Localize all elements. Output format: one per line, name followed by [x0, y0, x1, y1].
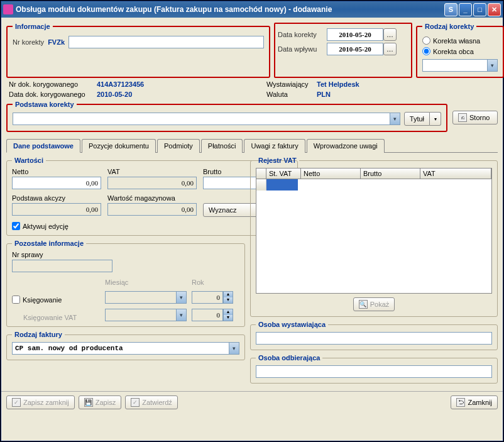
nr-sprawy-input: [12, 260, 112, 272]
nr-korekty-prefix: FVZk: [48, 38, 65, 46]
pokaz-button: 🔍 Pokaż: [353, 297, 395, 311]
ksiegowanie-vat-label: Księgowanie VAT: [12, 314, 100, 321]
podstawa-dropdown[interactable]: [13, 113, 400, 125]
spinner-down-icon: ▼: [224, 315, 233, 321]
data-dok-value: 2010-05-20: [97, 91, 132, 98]
tab-dane-podstawowe[interactable]: Dane podstawowe: [6, 139, 80, 153]
korekta-obca-label: Korekta obca: [433, 48, 474, 55]
window-title: Obsługa modułu dokumentów zakupu (Faktur…: [16, 5, 443, 14]
tab-bar: Dane podstawowe Pozycje dokumentu Podmio…: [6, 138, 498, 153]
zapisz-zamknij-button: ✓ Zapisz zamknij: [6, 395, 75, 409]
rejestr-vat-group: Rejestr VAT St. VAT Netto Brutto VAT: [250, 157, 498, 317]
rodzaj-faktury-value: CP sam. nowy od producenta: [13, 345, 126, 352]
wystawiajacy-label: Wystawiający: [266, 80, 317, 88]
miesiac-label: Miesiąc: [105, 279, 187, 286]
tab-pozycje-dokumentu[interactable]: Pozycje dokumentu: [82, 139, 156, 153]
spinner-up-icon: ▲: [224, 292, 233, 297]
app-icon: [3, 4, 13, 14]
magnifier-icon: 🔍: [359, 300, 368, 309]
save-icon: 💾: [84, 398, 93, 407]
rok-label: Rok: [192, 279, 236, 286]
tytul-dropdown-button[interactable]: [430, 112, 441, 126]
vat-col-vat[interactable]: VAT: [420, 169, 491, 179]
osoba-odb-legend: Osoba odbierająca: [256, 354, 322, 362]
zatwierdz-button: ✓ Zatwierdź: [125, 395, 178, 409]
rodzaj-faktury-dropdown[interactable]: CP sam. nowy od producenta: [12, 342, 239, 355]
zapisz-button: 💾 Zapisz: [79, 395, 121, 409]
spinner-up-icon: ▲: [224, 309, 233, 315]
data-korekty-input[interactable]: [327, 28, 383, 41]
informacje-legend: Informacje: [13, 23, 53, 30]
zamknij-button[interactable]: ⮌ Zamknij: [451, 395, 498, 409]
chevron-down-icon: [487, 60, 497, 71]
aktywuj-edycje-label: Aktywuj edycję: [23, 223, 68, 230]
vat-row-indicator: [256, 179, 266, 191]
aktywuj-edycje-checkbox[interactable]: [12, 222, 20, 230]
storno-icon: ⎌: [458, 113, 467, 122]
pozostale-group: Pozostałe informacje Nr sprawy Miesiąc R…: [6, 240, 245, 327]
close-icon: ⮌: [456, 398, 465, 407]
podstawa-akcyzy-input: [12, 203, 101, 216]
tab-podmioty[interactable]: Podmioty: [157, 139, 200, 153]
rodzaj-korekty-legend: Rodzaj korekty: [422, 23, 476, 30]
podstawa-legend: Podstawa korekty: [13, 101, 77, 108]
check-icon: ✓: [12, 398, 21, 407]
miesiac1-dropdown: [105, 291, 187, 304]
ksiegowanie-label: Księgowanie: [23, 296, 62, 304]
tytul-button[interactable]: Tytuł: [404, 112, 430, 126]
wartosci-legend: Wartości: [12, 157, 46, 164]
maximize-button[interactable]: □: [473, 3, 486, 16]
chevron-down-icon: [229, 343, 239, 354]
nr-dok-value: 414A37123456: [97, 80, 144, 88]
rodzaj-faktury-legend: Rodzaj faktury: [12, 331, 65, 338]
nr-dok-label: Nr dok. korygowanego: [9, 80, 97, 88]
chevron-down-icon: [176, 292, 186, 303]
vat-col-netto[interactable]: Netto: [301, 169, 361, 179]
vat-grid[interactable]: St. VAT Netto Brutto VAT: [256, 168, 492, 294]
vat-input: [107, 177, 197, 189]
minimize-button[interactable]: _: [459, 3, 472, 16]
informacje-group: Informacje Nr korekty FVZk: [6, 23, 270, 78]
osoba-wystawiajaca-group: Osoba wystawiająca: [250, 321, 498, 350]
waluta-label: Waluta: [266, 91, 317, 98]
chevron-down-icon: [390, 113, 400, 124]
osoba-odbierajaca-group: Osoba odbierająca: [250, 354, 498, 384]
korekta-wlasna-label: Korekta własna: [433, 37, 480, 45]
data-wplywu-label: Data wpływu: [278, 45, 323, 53]
osoba-odbierajaca-input[interactable]: [256, 365, 492, 378]
vat-col-stvat[interactable]: St. VAT: [266, 169, 301, 179]
chevron-down-icon: [176, 309, 186, 321]
nr-korekty-input[interactable]: [68, 36, 264, 48]
data-wplywu-picker-button[interactable]: …: [383, 43, 397, 55]
osoba-wystawiajaca-input[interactable]: [256, 332, 492, 345]
miesiac2-dropdown: [105, 309, 187, 321]
vat-selected-cell[interactable]: [266, 179, 298, 191]
wartosc-magazynowa-input: [107, 203, 197, 216]
rejestr-vat-legend: Rejestr VAT: [256, 157, 299, 164]
data-korekty-picker-button[interactable]: …: [383, 28, 397, 41]
wartosc-magazynowa-label: Wartość magazynowa: [107, 194, 197, 202]
daty-group: Data korekty … Data wpływu …: [274, 23, 412, 78]
tab-uwagi-z-faktury[interactable]: Uwagi z faktury: [244, 139, 305, 153]
approve-icon: ✓: [131, 398, 140, 407]
vat-label: VAT: [107, 168, 197, 175]
vat-col-brutto[interactable]: Brutto: [361, 169, 420, 179]
korekta-wlasna-radio[interactable]: [422, 36, 430, 45]
rok2-spinner: ▲▼: [192, 309, 236, 321]
netto-label: Netto: [12, 168, 101, 175]
data-wplywu-input[interactable]: [327, 43, 383, 55]
data-dok-label: Data dok. korygowanego: [9, 91, 97, 98]
waluta-value: PLN: [317, 91, 331, 98]
ksiegowanie-checkbox[interactable]: [12, 296, 20, 304]
osoba-wyst-legend: Osoba wystawiająca: [256, 321, 328, 328]
s-button[interactable]: S: [444, 3, 457, 16]
nr-korekty-label: Nr korekty: [13, 38, 44, 46]
rodzaj-korekty-dropdown[interactable]: [422, 59, 498, 72]
netto-input[interactable]: [12, 177, 101, 189]
data-korekty-label: Data korekty: [278, 31, 323, 38]
close-button[interactable]: ✕: [488, 3, 501, 16]
tab-wprowadzone-uwagi[interactable]: Wprowadzone uwagi: [307, 139, 385, 153]
storno-button[interactable]: ⎌ Storno: [452, 111, 498, 124]
korekta-obca-radio[interactable]: [422, 47, 430, 55]
tab-platnosci[interactable]: Płatności: [201, 139, 243, 153]
